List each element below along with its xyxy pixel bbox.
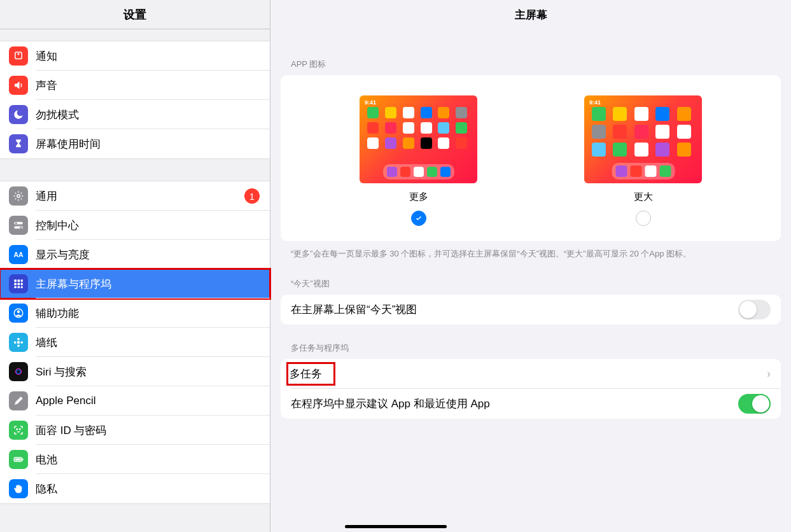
sidebar-item-label: 电池: [36, 452, 261, 467]
detail-pane: 主屏幕 APP 图标 9:41更多9:41更大 “更多”会在每一页显示最多 30…: [270, 0, 791, 532]
today-toggle-label: 在主屏幕上保留“今天”视图: [291, 302, 738, 317]
row-multitask[interactable]: 多任务›: [281, 359, 781, 389]
sidebar-item-label: 声音: [36, 78, 261, 93]
sidebar-item-label: Apple Pencil: [36, 395, 261, 407]
svg-rect-31: [22, 459, 24, 461]
svg-point-28: [20, 429, 21, 430]
row-label: 在程序坞中显示建议 App 和最近使用 App: [291, 396, 738, 411]
svg-point-1: [18, 53, 20, 55]
sidebar-item-label: 墙纸: [36, 335, 261, 350]
sidebar-item-display[interactable]: AA显示与亮度: [0, 240, 270, 269]
svg-point-27: [17, 429, 18, 430]
svg-rect-14: [14, 286, 17, 288]
sidebar-item-label: 辅助功能: [36, 306, 261, 321]
row-label: 多任务: [291, 364, 767, 384]
svg-point-20: [17, 338, 20, 340]
preview-bigger: 9:41: [584, 95, 702, 183]
svg-point-18: [17, 311, 20, 314]
sidebar-item-label: 控制中心: [36, 218, 261, 233]
svg-rect-30: [15, 459, 21, 461]
svg-rect-15: [18, 286, 20, 288]
face-icon: [9, 421, 28, 440]
switch-dock[interactable]: [738, 394, 771, 414]
sidebar-item-siri[interactable]: Siri 与搜索: [0, 357, 270, 386]
sidebar-item-label: 显示与亮度: [36, 248, 261, 262]
switches-icon: [9, 216, 28, 235]
app-icons-footnote: “更多”会在每一页显示最多 30 个图标，并可选择在主屏幕保留“今天”视图。“更…: [270, 241, 791, 260]
pencil-icon: [9, 391, 28, 410]
sidebar-item-label: 主屏幕与程序坞: [36, 277, 261, 291]
sidebar-item-label: 勿扰模式: [36, 108, 261, 122]
app-icons-option-more[interactable]: 9:41更多: [360, 95, 477, 226]
detail-title-text: 主屏幕: [515, 8, 547, 22]
radio-more[interactable]: [411, 211, 426, 226]
sidebar-item-general[interactable]: 通用1: [0, 181, 270, 211]
detail-title: 主屏幕: [270, 0, 791, 29]
app-icons-option-bigger[interactable]: 9:41更大: [584, 95, 702, 226]
sidebar-item-notifications[interactable]: 通知: [0, 41, 270, 71]
multitask-card: 多任务›在程序坞中显示建议 App 和最近使用 App: [281, 359, 781, 419]
svg-point-6: [20, 227, 22, 228]
hourglass-icon: [9, 134, 28, 153]
sidebar-item-screentime[interactable]: 屏幕使用时间: [0, 129, 270, 158]
home-indicator: [345, 525, 447, 528]
sidebar-item-privacy[interactable]: 隐私: [0, 474, 270, 503]
svg-rect-12: [18, 283, 20, 286]
sidebar-item-label: 面容 ID 与密码: [36, 423, 261, 438]
sidebar-item-accessibility[interactable]: 辅助功能: [0, 298, 270, 328]
sidebar-item-label: 通知: [36, 49, 261, 64]
sidebar-title: 设置: [0, 0, 270, 29]
flower-icon: [9, 333, 28, 352]
radio-bigger[interactable]: [636, 211, 651, 226]
today-toggle-row[interactable]: 在主屏幕上保留“今天”视图: [281, 295, 781, 325]
svg-rect-16: [21, 286, 23, 288]
battery-icon: [9, 450, 28, 469]
sidebar-item-pencil[interactable]: Apple Pencil: [0, 386, 270, 416]
sidebar-item-battery[interactable]: 电池: [0, 445, 270, 474]
hand-icon: [9, 479, 28, 498]
svg-point-21: [17, 344, 20, 347]
row-dock[interactable]: 在程序坞中显示建议 App 和最近使用 App: [281, 389, 781, 419]
sidebar-item-control[interactable]: 控制中心: [0, 211, 270, 240]
badge: 1: [244, 188, 260, 204]
svg-rect-8: [14, 279, 17, 282]
svg-rect-9: [18, 279, 20, 282]
person-icon: [9, 304, 28, 323]
siri-icon: [9, 362, 28, 381]
sidebar-item-label: Siri 与搜索: [36, 365, 261, 379]
preview-more: 9:41: [360, 95, 477, 183]
grid-icon: [9, 274, 28, 293]
svg-text:AA: AA: [13, 251, 24, 258]
svg-point-23: [20, 341, 23, 344]
svg-rect-11: [14, 283, 17, 286]
sidebar-item-label: 隐私: [36, 482, 261, 496]
option-label: 更大: [634, 191, 653, 203]
section-today-label: “今天”视图: [270, 278, 791, 295]
sidebar-item-wallpaper[interactable]: 墙纸: [0, 328, 270, 357]
moon-icon: [9, 105, 28, 124]
today-card: 在主屏幕上保留“今天”视图: [281, 295, 781, 325]
sidebar-item-dnd[interactable]: 勿扰模式: [0, 100, 270, 129]
section-app-icons-label: APP 图标: [270, 59, 791, 75]
svg-point-2: [17, 195, 20, 198]
svg-rect-10: [21, 279, 23, 282]
section-multitask-label: 多任务与程序坞: [270, 342, 791, 359]
sidebar-title-text: 设置: [123, 7, 146, 22]
svg-point-22: [14, 341, 17, 344]
sidebar-item-label: 通用: [36, 189, 244, 204]
svg-point-19: [17, 341, 20, 344]
speaker-icon: [9, 76, 28, 95]
sidebar-item-sound[interactable]: 声音: [0, 71, 270, 100]
app-icons-card: 9:41更多9:41更大: [281, 75, 781, 241]
svg-point-5: [15, 222, 17, 224]
sidebar-item-label: 屏幕使用时间: [36, 137, 261, 151]
option-label: 更多: [409, 191, 428, 203]
bell-icon: [9, 46, 28, 66]
today-switch[interactable]: [738, 300, 771, 319]
svg-rect-13: [21, 283, 23, 286]
chevron-right-icon: ›: [767, 367, 771, 381]
sidebar-item-faceid[interactable]: 面容 ID 与密码: [0, 416, 270, 445]
sidebar-item-home[interactable]: 主屏幕与程序坞: [0, 269, 270, 298]
sidebar: 设置 通知声音勿扰模式屏幕使用时间通用1控制中心AA显示与亮度主屏幕与程序坞辅助…: [0, 0, 270, 532]
gear-icon: [9, 186, 28, 206]
